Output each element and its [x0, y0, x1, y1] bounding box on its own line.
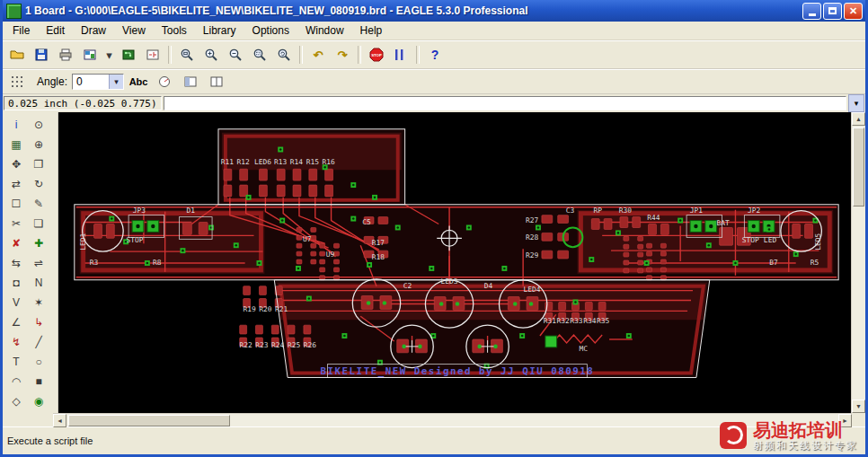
tool-lock-button[interactable]: ◘ [5, 273, 27, 292]
menu-edit[interactable]: Edit [38, 22, 73, 39]
tool-delete-button[interactable]: ✘ [5, 233, 27, 252]
tool-cut-button[interactable]: ✂ [5, 214, 27, 233]
vertical-scroll-thumb[interactable] [853, 127, 864, 207]
menu-library[interactable]: Library [195, 22, 244, 39]
tool-mark-button[interactable]: ⊕ [28, 135, 49, 154]
via-icon: ◉ [34, 396, 43, 407]
tool-show-button[interactable]: ⊙ [28, 115, 49, 134]
menu-help[interactable]: Help [352, 22, 391, 39]
zoom-redraw-button[interactable] [272, 44, 296, 66]
tool-paste-button[interactable]: ❏ [28, 214, 49, 233]
pcb-label: C3 [566, 207, 575, 215]
ratsnest-button[interactable] [389, 44, 412, 66]
horizontal-scroll-thumb[interactable] [68, 415, 230, 426]
text-size-button[interactable]: Abc [127, 72, 150, 92]
cam-processor-button[interactable] [78, 44, 102, 66]
scroll-left-button[interactable]: ◄ [53, 414, 66, 427]
scroll-right-button[interactable]: ► [838, 414, 852, 427]
scroll-down-button[interactable]: ▼ [852, 400, 865, 413]
abc-label: Abc [129, 76, 148, 87]
menu-tools[interactable]: Tools [154, 22, 195, 39]
horizontal-scrollbar[interactable]: ◄ ► [53, 413, 852, 426]
status-text: Execute a script file [7, 435, 93, 446]
command-line-input[interactable] [164, 96, 846, 110]
menu-view[interactable]: View [114, 22, 154, 39]
stop-button[interactable]: STOP [365, 44, 388, 66]
main-area: i⊙▦⊕✥❐⇄↻☐✎✂❏✘✚⇆⇌◘NV✶∠↳↯╱T○◠■◇◉ R11R12LED… [3, 112, 865, 413]
copy-icon: ❐ [34, 159, 44, 170]
tool-move-button[interactable]: ✥ [5, 154, 27, 173]
route-icon: ↳ [34, 317, 43, 328]
help-button[interactable]: ? [423, 44, 447, 66]
menu-draw[interactable]: Draw [73, 22, 114, 39]
open-button[interactable] [5, 44, 29, 66]
angle-select[interactable]: 0 ▾ [72, 74, 124, 90]
tool-copy-button[interactable]: ❐ [28, 154, 49, 173]
board-editor-button[interactable] [117, 44, 140, 66]
save-button[interactable] [30, 44, 53, 66]
zoom-out-button[interactable] [224, 44, 247, 66]
menu-window[interactable]: Window [297, 22, 352, 39]
pcb-label: D4 [484, 282, 493, 290]
tool-rotate-button[interactable]: ↻ [28, 174, 49, 193]
pcb-label: LED4 [524, 286, 541, 294]
menu-file[interactable]: File [4, 22, 38, 39]
pcb-label: C2 [403, 282, 412, 290]
zoom-select-button[interactable] [248, 44, 271, 66]
schematic-editor-button[interactable] [141, 44, 164, 66]
toolbar-dropdown-button[interactable]: ▾ [102, 44, 116, 66]
pane-left-button[interactable] [179, 71, 202, 92]
close-button[interactable]: ✕ [844, 3, 863, 20]
info-icon: i [15, 119, 18, 130]
pcb-label: STOP [742, 236, 759, 244]
scroll-up-button[interactable]: ▲ [852, 112, 865, 126]
tool-smash-button[interactable]: ✶ [28, 293, 49, 312]
ripup-icon: ↯ [12, 337, 21, 347]
tool-value-button[interactable]: V [5, 293, 27, 312]
minimize-button[interactable] [802, 3, 821, 20]
move-icon: ✥ [12, 159, 21, 170]
tool-circle-button[interactable]: ○ [28, 352, 49, 371]
tool-route-button[interactable]: ↳ [28, 312, 49, 331]
tool-via-button[interactable]: ◉ [28, 391, 49, 410]
show-icon: ⊙ [34, 119, 43, 130]
board-title-text: BIKELITE_NEW Designed by JJ QIU 080918 [321, 365, 595, 377]
tool-rect-button[interactable]: ■ [28, 372, 49, 391]
pcb-label: LED [764, 236, 777, 244]
grid-button[interactable] [5, 71, 29, 92]
angle-dial-button[interactable] [153, 71, 176, 92]
redo-button[interactable]: ↷ [331, 44, 354, 66]
tool-pinswap-button[interactable]: ⇆ [5, 253, 27, 272]
tool-replace-button[interactable]: ⇌ [28, 253, 49, 272]
tool-name-button[interactable]: N [28, 273, 49, 292]
tool-add-button[interactable]: ✚ [28, 233, 49, 252]
tool-display-button[interactable]: ▦ [5, 135, 27, 154]
pane-split-button[interactable] [205, 71, 228, 92]
maximize-button[interactable] [823, 3, 842, 20]
tool-arc-button[interactable]: ◠ [5, 372, 27, 391]
toolbar-separator [416, 46, 420, 64]
tool-mirror-button[interactable]: ⇄ [5, 174, 27, 193]
zoom-in-button[interactable] [199, 44, 223, 66]
arc-icon: ◠ [12, 376, 21, 387]
name-icon: N [35, 277, 43, 288]
vertical-scrollbar[interactable]: ▲ ▼ [851, 112, 865, 413]
zoom-fit-button[interactable] [175, 44, 199, 66]
tool-change-button[interactable]: ✎ [28, 194, 49, 213]
tool-ripup-button[interactable]: ↯ [5, 332, 27, 351]
pcb-canvas[interactable]: R11R12LED6R13R14R15R16JP3D1STOPC5R17R18U… [58, 112, 851, 413]
pcb-label: JP2 [748, 207, 761, 215]
print-button[interactable] [54, 44, 77, 66]
tool-polygon-button[interactable]: ◇ [5, 391, 27, 410]
undo-button[interactable]: ↶ [306, 44, 330, 66]
pcb-label: R24 [271, 341, 285, 349]
board-icon [121, 48, 136, 62]
tool-info-button[interactable]: i [5, 115, 27, 134]
tool-group-button[interactable]: ☐ [5, 194, 27, 213]
menu-options[interactable]: Options [244, 22, 297, 39]
tool-text-button[interactable]: T [5, 352, 27, 371]
command-history-dropdown[interactable]: ▾ [848, 94, 864, 112]
tool-wire-button[interactable]: ╱ [28, 332, 49, 351]
pcb-label: C5 [362, 219, 371, 227]
tool-split-button[interactable]: ∠ [5, 312, 27, 331]
